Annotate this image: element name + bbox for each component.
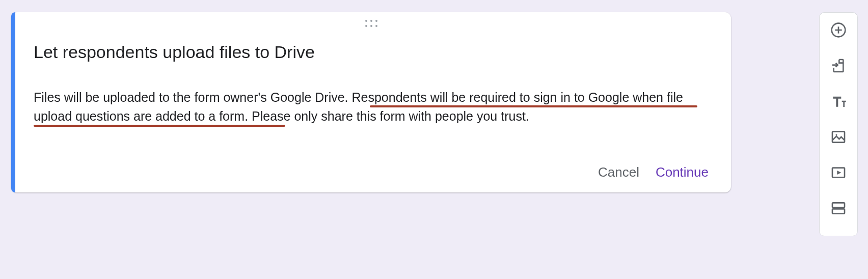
continue-button[interactable]: Continue	[656, 164, 709, 180]
svg-rect-7	[832, 203, 845, 207]
text-icon	[830, 93, 847, 109]
add-question-button[interactable]	[828, 20, 849, 40]
card-actions: Cancel Continue	[598, 164, 709, 180]
cancel-button[interactable]: Cancel	[598, 164, 639, 180]
form-toolbar	[819, 12, 858, 236]
add-video-button[interactable]	[828, 162, 849, 183]
svg-rect-8	[832, 209, 845, 213]
card-body-wrap: Files will be uploaded to the form owner…	[34, 88, 704, 126]
svg-marker-6	[837, 171, 841, 175]
svg-rect-3	[832, 131, 845, 142]
import-questions-button[interactable]	[828, 55, 849, 76]
plus-circle-icon	[830, 22, 847, 38]
add-image-button[interactable]	[828, 127, 849, 147]
drag-handle-icon[interactable]	[365, 19, 378, 27]
image-icon	[830, 129, 847, 145]
svg-point-4	[835, 134, 837, 135]
card-content: Let respondents upload files to Drive Fi…	[34, 42, 709, 180]
card-accent-bar	[11, 12, 15, 192]
question-card: Let respondents upload files to Drive Fi…	[11, 12, 731, 192]
card-title: Let respondents upload files to Drive	[34, 42, 709, 63]
video-icon	[830, 164, 847, 181]
add-section-button[interactable]	[828, 198, 849, 218]
annotation-underline-2	[34, 125, 285, 127]
annotation-underline-1	[370, 105, 697, 107]
section-icon	[830, 200, 847, 216]
file-import-icon	[830, 58, 847, 74]
add-title-button[interactable]	[828, 91, 849, 111]
